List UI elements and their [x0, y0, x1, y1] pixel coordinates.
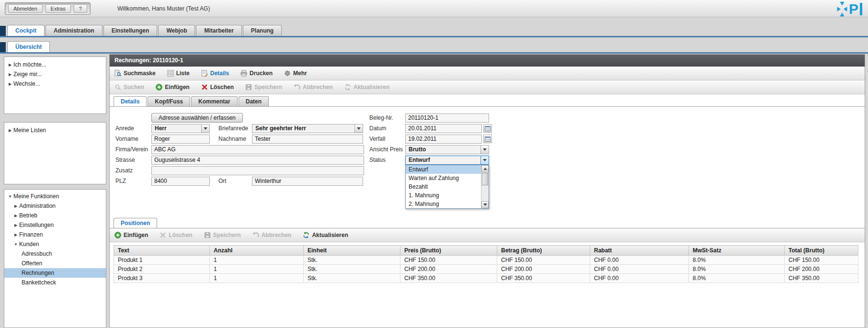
- beleg-field[interactable]: [405, 113, 489, 123]
- loeschen-button[interactable]: Löschen: [201, 84, 234, 90]
- sidebar-item-ich-moechte[interactable]: ▶ Ich möchte...: [4, 60, 106, 69]
- plz-field[interactable]: [151, 177, 210, 186]
- col-mwst-satz[interactable]: MwSt-Satz: [689, 246, 785, 256]
- details-view-button[interactable]: Details: [201, 70, 229, 77]
- verfall-field[interactable]: [405, 135, 482, 144]
- ansicht-preis-select[interactable]: Brutto: [405, 145, 489, 154]
- col-betrag-brutto[interactable]: Betrag (Brutto): [497, 246, 590, 256]
- abmelden-button[interactable]: Abmelden: [8, 4, 43, 13]
- cell: CHF 200.00: [497, 265, 590, 274]
- col-text[interactable]: Text: [114, 246, 210, 256]
- pos-aktualisieren-button[interactable]: Aktualisieren: [303, 232, 348, 238]
- datum-label: Datum: [369, 125, 405, 132]
- scroll-up-button[interactable]: [481, 165, 489, 172]
- table-row[interactable]: Produkt 1 1 Stk. CHF 150.00 CHF 150.00 C…: [114, 256, 858, 265]
- sidebar-item-adressbuch[interactable]: Adressbuch: [4, 249, 106, 259]
- liste-button[interactable]: Liste: [167, 70, 190, 77]
- tab-planung[interactable]: Planung: [243, 25, 282, 36]
- sidebar-item-rechnungen[interactable]: Rechnungen: [4, 268, 106, 278]
- col-einheit[interactable]: Einheit: [304, 246, 400, 256]
- tab-details[interactable]: Details: [114, 96, 147, 106]
- ansicht-preis-value: Brutto: [406, 146, 480, 153]
- ort-field[interactable]: [252, 177, 363, 186]
- scrollbar-thumb[interactable]: [482, 173, 488, 185]
- sidebar-item-betrieb[interactable]: ▶ Betrieb: [4, 211, 106, 220]
- help-button[interactable]: ?: [74, 4, 87, 13]
- dropdown-button[interactable]: [480, 146, 489, 154]
- einfuegen-button[interactable]: Einfügen: [156, 84, 189, 90]
- tab-daten[interactable]: Daten: [239, 96, 269, 106]
- calendar-button[interactable]: [483, 135, 492, 143]
- undo-icon: [294, 84, 300, 90]
- col-preis-brutto[interactable]: Preis (Brutto): [400, 246, 497, 256]
- tab-positionen[interactable]: Positionen: [114, 218, 157, 228]
- sidebar-item-finanzen[interactable]: ▶ Finanzen: [4, 230, 106, 239]
- col-anzahl[interactable]: Anzahl: [210, 246, 304, 256]
- pos-abbrechen-label: Abbrechen: [262, 232, 292, 238]
- dropdown-scrollbar[interactable]: [481, 165, 489, 208]
- option-1-mahnung[interactable]: 1. Mahnung: [406, 191, 481, 200]
- sidebar-item-meine-funktionen[interactable]: ▼ Meine Funktionen: [4, 192, 106, 201]
- suchen-button: Suchen: [114, 84, 144, 90]
- address-select-button[interactable]: Adresse auswählen / erfassen: [151, 113, 243, 123]
- table-row[interactable]: Produkt 3 1 Stk. CHF 350.00 CHF 350.00 C…: [114, 274, 858, 283]
- briefanrede-select[interactable]: Sehr geehrter Herr: [252, 124, 363, 133]
- scrollbar-track[interactable]: [481, 186, 489, 201]
- suchmaske-label: Suchmaske: [124, 70, 156, 77]
- arrow-right-icon: ▶: [12, 223, 19, 227]
- option-2-mahnung[interactable]: 2. Mahnung: [406, 200, 481, 208]
- sidebar-item-meine-listen[interactable]: ▶ Meine Listen: [4, 125, 106, 135]
- sidebar-item-administration[interactable]: ▶ Administration: [4, 201, 106, 211]
- anrede-select[interactable]: Herr: [151, 124, 210, 133]
- sidebar-item-kunden[interactable]: ▼ Kunden: [4, 239, 106, 249]
- tab-kommentar[interactable]: Kommentar: [191, 96, 238, 106]
- tab-mitarbeiter[interactable]: Mitarbeiter: [196, 25, 241, 36]
- tab-uebersicht[interactable]: Übersicht: [7, 41, 50, 52]
- tab-cockpit[interactable]: Cockpit: [7, 25, 45, 36]
- sidebar-item-einstellungen[interactable]: ▶ Einstellungen: [4, 220, 106, 230]
- sidebar-item-offerten[interactable]: Offerten: [4, 259, 106, 268]
- tab-administration[interactable]: Administration: [46, 25, 103, 36]
- table-row[interactable]: Produkt 2 1 Stk. CHF 200.00 CHF 200.00 C…: [114, 265, 858, 274]
- drucken-button[interactable]: Drucken: [240, 70, 273, 77]
- tab-einstellungen[interactable]: Einstellungen: [103, 25, 158, 36]
- firma-label: Firma/Verein: [115, 146, 151, 153]
- dropdown-button[interactable]: [480, 156, 489, 164]
- verfall-label: Verfall: [369, 136, 405, 142]
- scroll-down-button[interactable]: [481, 201, 489, 208]
- sidebar-item-zeige-mir[interactable]: ▶ Zeige mir...: [4, 69, 106, 79]
- col-total-brutto[interactable]: Total (Brutto): [785, 246, 858, 256]
- vorname-field[interactable]: [151, 135, 210, 144]
- suchen-label: Suchen: [124, 84, 144, 90]
- option-entwurf[interactable]: Entwurf: [406, 165, 481, 174]
- pos-einfuegen-button[interactable]: Einfügen: [114, 232, 148, 238]
- status-select[interactable]: Entwurf: [405, 156, 489, 165]
- calendar-button[interactable]: [483, 124, 492, 133]
- firma-field[interactable]: [151, 145, 364, 154]
- option-bezahlt[interactable]: Bezahlt: [406, 182, 481, 191]
- ansicht-preis-label: Ansicht Preis: [369, 146, 405, 153]
- nachname-field[interactable]: [252, 135, 363, 144]
- chevron-down-icon: [483, 148, 487, 151]
- positions-tab-bar: Positionen: [110, 216, 865, 228]
- strasse-field[interactable]: [151, 156, 364, 165]
- add-icon: [156, 84, 162, 90]
- sidebar-item-bankettcheck[interactable]: Bankettcheck: [4, 278, 106, 287]
- tab-kopf-fuss[interactable]: Kopf/Fuss: [148, 96, 190, 106]
- cell: CHF 150.00: [785, 256, 858, 265]
- tab-webjob[interactable]: Webjob: [158, 25, 195, 36]
- dropdown-button[interactable]: [201, 124, 209, 133]
- sub-tab-bar: Übersicht: [0, 41, 868, 54]
- suchmaske-button[interactable]: Suchmaske: [114, 70, 156, 77]
- cell: 1: [210, 256, 304, 265]
- col-rabatt[interactable]: Rabatt: [590, 246, 689, 256]
- chevron-down-icon: [357, 127, 361, 130]
- mehr-button[interactable]: Mehr: [284, 70, 307, 77]
- dropdown-button[interactable]: [354, 124, 363, 133]
- sidebar-item-wechsle[interactable]: ▶ Wechsle...: [4, 79, 106, 89]
- datum-field[interactable]: [405, 124, 482, 133]
- zusatz-field[interactable]: [151, 166, 364, 175]
- sidebar-item-label: Bankettcheck: [22, 279, 56, 286]
- extras-button[interactable]: Extras: [46, 4, 71, 13]
- option-warten-auf-zahlung[interactable]: Warten auf Zahlung: [406, 174, 481, 182]
